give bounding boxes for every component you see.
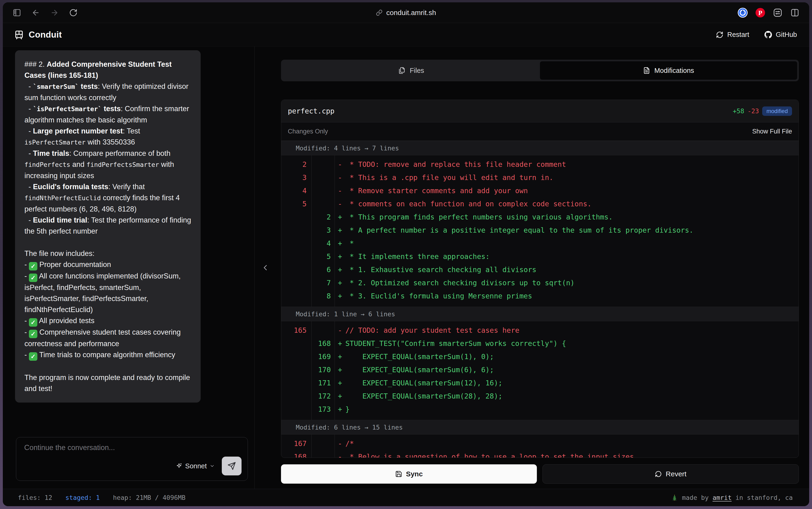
browser-toolbar: conduit.amrit.sh P [3,2,809,23]
file-text-icon [643,67,650,74]
diff-hunk-header: Modified: 1 line → 6 lines [281,307,799,321]
diff-sign: - [334,160,345,169]
split-view-button[interactable] [790,8,800,18]
diff-line-del: 5- * comments on each function and on co… [281,197,799,210]
message-paragraph: - ✓ All provided tests [25,315,191,327]
message-paragraph: - ✓ All core functions implemented (divi… [25,270,191,315]
svg-text:P: P [758,9,763,16]
diff-line-del: 2- * TODO: remove and replace this file … [281,158,799,171]
diff-sign: + [334,213,345,221]
onepassword-extension-button[interactable] [737,7,748,18]
panel-left-icon [13,8,21,17]
browser-settings-button[interactable] [773,7,783,18]
old-line-number: 2 [281,160,311,169]
message-paragraph: The file now includes: [25,248,191,259]
old-line-number: 3 [281,173,311,182]
diff-sign: + [334,405,345,413]
pinterest-extension-button[interactable]: P [755,7,766,18]
diff-code: EXPECT_EQUAL(smarterSum(1), 0); [345,352,799,361]
desktop-background: conduit.amrit.sh P [0,0,812,509]
diff-line-del: 165-// TODO: add your student test cases… [281,324,799,337]
sync-label: Sync [406,470,423,478]
app-title: Conduit [29,30,62,40]
message-paragraph: - ✓ Proper documentation [25,259,191,270]
new-line-number: 6 [311,266,334,274]
status-bar: files: 12 staged: 1 heap: 21MB / 4096MB … [3,489,809,506]
author-link[interactable]: amrit [713,494,732,501]
diff-sign: - [334,439,345,448]
message-paragraph: - Time trials: Compare performance of bo… [25,148,191,181]
diff-sign: + [334,266,345,274]
browser-extensions: P [708,7,809,18]
sync-button[interactable]: Sync [281,464,537,484]
diff-line-del: 3- * This is a .cpp file you will edit a… [281,171,799,184]
panel-tabs: Files Modifications [281,60,799,81]
diff-code: * This is a .cpp file you will edit and … [345,173,799,182]
diff-line-add: 3+ * A perfect number is a positive inte… [281,224,799,237]
new-line-number: 168 [311,339,334,347]
revert-button[interactable]: Revert [542,464,799,484]
back-button[interactable] [32,8,40,17]
new-line-number: 169 [311,352,334,361]
check-mark-icon: ✓ [29,262,37,270]
status-stats: files: 12 staged: 1 heap: 21MB / 4096MB [18,494,185,501]
diff-line-add: 173+} [281,403,799,416]
collapse-panel-button[interactable] [261,263,270,272]
url-text: conduit.amrit.sh [386,9,436,17]
onepassword-icon [737,7,748,18]
diff-line-add: 5+ * It implements three approaches: [281,250,799,263]
diff-line-del: 168- * Below is a suggestion of how to u… [281,450,799,457]
forward-button[interactable] [50,8,59,17]
revert-label: Revert [666,470,686,478]
diff-hunk-body: 2- * TODO: remove and replace this file … [281,155,799,307]
link-icon [376,9,383,16]
diff-code: EXPECT_EQUAL(smarterSum(28), 28); [345,392,799,400]
tab-files[interactable]: Files [283,61,540,80]
reload-button[interactable] [69,8,77,17]
chat-input-box[interactable]: Continue the conversation... Sonnet [16,437,248,481]
diff-line-del: 167-/* [281,437,799,450]
chat-messages[interactable]: ### 2. Added Comprehensive Student Test … [3,46,254,432]
diff-file-stats: +58 -23 modified [733,106,792,116]
deletions-count: -23 [748,107,759,115]
diff-sign: + [334,379,345,387]
message-inline-code: `smarterSum` [33,83,79,90]
reload-icon [69,8,77,17]
show-full-file-button[interactable]: Show Full File [752,128,792,135]
message-text: - [25,316,29,325]
diff-code: * [345,239,799,247]
diff-hunks[interactable]: Modified: 4 lines → 7 lines2- * TODO: re… [281,141,799,457]
modifications-panel: Files Modifications perfect.cpp +58 [255,46,809,489]
new-line-number: 2 [311,213,334,221]
github-label: GitHub [776,31,797,38]
message-text: All core functions implemented (divisorS… [25,272,183,314]
check-mark-icon: ✓ [29,274,37,282]
chevron-left-icon [261,263,270,272]
old-line-number: 5 [281,200,311,208]
message-text: - [25,182,33,191]
message-inline-code: findPerfectsSmarter [86,161,159,168]
diff-sign: - [334,326,345,334]
diff-hunk-body: 165-// TODO: add your student test cases… [281,321,799,420]
diff-hunk-header: Modified: 6 lines → 15 lines [281,420,799,435]
diff-actions: Sync Revert [281,464,799,484]
refresh-icon [716,31,723,38]
github-button[interactable]: GitHub [764,31,797,38]
message-text: ### 2. [25,60,47,68]
send-icon [227,462,236,470]
message-paragraph: - `isPerfectSmarter` tests: Confirm the … [25,103,191,126]
diff-code: * It implements three approaches: [345,252,799,261]
restart-button[interactable]: Restart [716,31,749,38]
diff-sign: + [334,392,345,400]
model-selector[interactable]: Sonnet [176,462,215,470]
new-line-number: 7 [311,279,334,287]
send-button[interactable] [222,456,242,475]
old-line-number: 167 [281,439,311,448]
new-line-number: 3 [311,226,334,234]
message-text: - [25,328,29,336]
sidebar-toggle-button[interactable] [13,8,21,17]
tab-modifications[interactable]: Modifications [540,61,797,80]
address-bar[interactable]: conduit.amrit.sh [104,9,708,17]
sliders-icon [773,7,783,18]
diff-line-add: 171+ EXPECT_EQUAL(smarterSum(12), 16); [281,376,799,389]
